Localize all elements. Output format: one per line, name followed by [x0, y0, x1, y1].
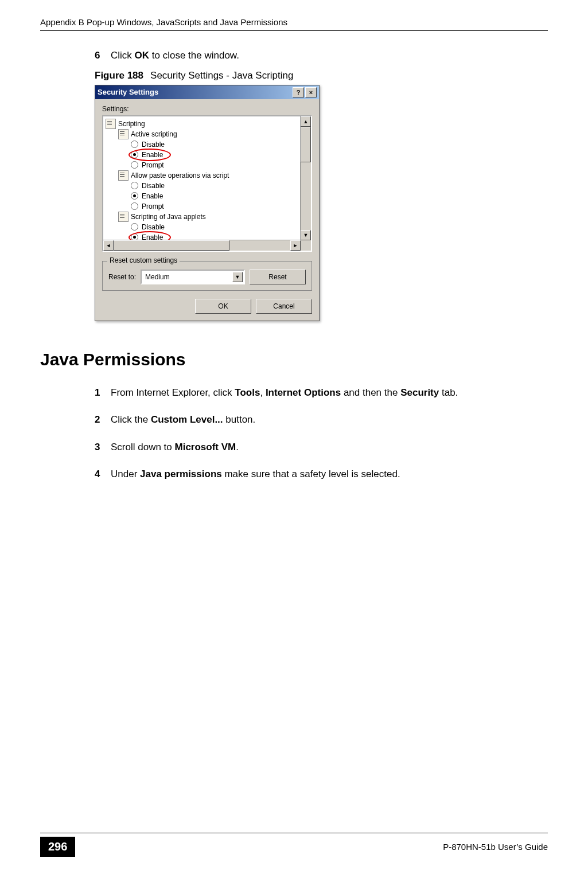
reset-to-label: Reset to: [108, 273, 136, 281]
scroll-corner [301, 240, 311, 251]
scroll-down-icon[interactable]: ▼ [301, 230, 311, 240]
dialog-titlebar: Security Settings ? × [95, 85, 319, 99]
script-icon [118, 170, 128, 181]
radio-icon[interactable] [131, 161, 138, 169]
figure-number: Figure 188 [95, 70, 143, 81]
reset-groupbox: Reset custom settings Reset to: Medium ▼… [102, 261, 312, 291]
step-2-num: 2 [95, 412, 111, 427]
figure-caption: Figure 188Security Settings - Java Scrip… [95, 70, 548, 81]
groupbox-legend: Reset custom settings [107, 256, 180, 264]
settings-label: Settings: [102, 105, 312, 113]
reset-button[interactable]: Reset [250, 270, 306, 284]
radio-icon[interactable] [131, 182, 138, 189]
horizontal-scrollbar[interactable]: ◄ ► [103, 240, 301, 251]
script-icon [118, 129, 128, 139]
step-2-text: Click the Custom Level... button. [111, 412, 255, 427]
scroll-thumb[interactable] [301, 127, 311, 162]
scroll-thumb[interactable] [114, 240, 229, 251]
figure-title: Security Settings - Java Scripting [150, 70, 293, 81]
script-icon [106, 119, 116, 129]
guide-name: P-870HN-51b User’s Guide [443, 842, 548, 852]
radio-icon[interactable] [131, 192, 138, 200]
section-heading: Java Permissions [40, 350, 548, 369]
step-1: 1 From Internet Explorer, click Tools, I… [95, 385, 548, 400]
radio-icon[interactable] [131, 141, 138, 148]
step-4: 4 Under Java permissions make sure that … [95, 467, 548, 482]
reset-level-select[interactable]: Medium ▼ [141, 270, 245, 284]
security-settings-dialog: Security Settings ? × Settings: Scriptin… [95, 85, 320, 321]
scroll-right-icon[interactable]: ► [290, 240, 301, 251]
step-3-num: 3 [95, 440, 111, 455]
radio-icon[interactable] [131, 151, 138, 158]
reset-level-value: Medium [145, 273, 170, 281]
radio-icon[interactable] [131, 202, 138, 210]
step-3: 3 Scroll down to Microsoft VM. [95, 440, 548, 455]
chevron-down-icon[interactable]: ▼ [232, 272, 243, 282]
dialog-title: Security Settings [98, 88, 158, 96]
radio-icon[interactable] [131, 223, 138, 231]
ok-button[interactable]: OK [195, 299, 251, 314]
step-2: 2 Click the Custom Level... button. [95, 412, 548, 427]
scroll-left-icon[interactable]: ◄ [103, 240, 114, 251]
help-icon[interactable]: ? [293, 87, 304, 97]
script-icon [118, 212, 128, 222]
page-number: 296 [40, 837, 75, 857]
settings-tree[interactable]: Scripting Active scripting Disable Enabl… [102, 115, 312, 252]
close-icon[interactable]: × [305, 87, 317, 97]
scroll-up-icon[interactable]: ▲ [301, 116, 311, 127]
step-1-text: From Internet Explorer, click Tools, Int… [111, 385, 458, 400]
step-4-num: 4 [95, 467, 111, 482]
vertical-scrollbar[interactable]: ▲ ▼ [300, 116, 311, 240]
step-3-text: Scroll down to Microsoft VM. [111, 440, 239, 455]
step-6: 6 Click OK to close the window. [95, 48, 548, 63]
step-1-num: 1 [95, 385, 111, 400]
appendix-title: Appendix B Pop-up Windows, JavaScripts a… [40, 17, 287, 27]
step-6-num: 6 [95, 48, 111, 63]
step-4-text: Under Java permissions make sure that a … [111, 467, 400, 482]
cancel-button[interactable]: Cancel [256, 299, 312, 314]
step-6-text: Click OK to close the window. [111, 48, 239, 63]
